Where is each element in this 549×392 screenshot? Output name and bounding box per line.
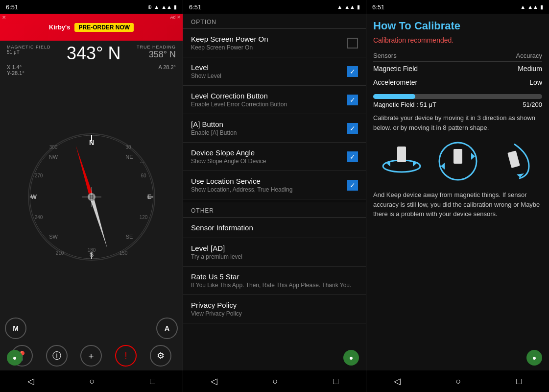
setting-a-button-title: [A] Button <box>191 120 343 128</box>
svg-text:...: ... <box>140 158 143 164</box>
setting-keep-screen[interactable]: Keep Screen Power On Keep Screen Power O… <box>183 29 366 57</box>
sensors-col-header: Sensors <box>373 50 479 62</box>
magnetic-info: MAGNETIC FIELD 51 μT <box>7 45 51 55</box>
field-value: 51/200 <box>523 101 542 108</box>
progress-bar-fill <box>373 94 415 99</box>
nav-bar-2: ◁ ○ □ <box>183 370 366 392</box>
signal-icon-2: ▲▲ <box>344 4 355 10</box>
compass-dial: N S E W NE NW SE SW 60 120 150 180 210 2… <box>28 133 155 261</box>
svg-text:210: 210 <box>55 250 64 256</box>
setting-level-correction-subtitle: Enable Level Error Correction Button <box>191 101 343 108</box>
sensors-table: Sensors Accuracy Magnetic Field Medium A… <box>373 50 542 89</box>
alert-button[interactable]: ! <box>115 345 137 367</box>
fab-button-1[interactable]: ● <box>7 350 23 366</box>
settings-list: OPTION Keep Screen Power On Keep Screen … <box>183 14 366 370</box>
battery-icon-2: ▮ <box>357 4 360 10</box>
calibration-content: How To Calibrate Calibration recommended… <box>366 14 549 370</box>
compass-dial-container: N S E W NE NW SE SW 60 120 150 180 210 2… <box>0 76 183 318</box>
svg-text:300: 300 <box>49 145 57 150</box>
status-icons-1: ⊕ ▲ ▲▲ ▮ <box>147 4 177 10</box>
back-nav[interactable]: ◁ <box>24 372 38 391</box>
svg-text:150: 150 <box>119 250 127 256</box>
heading-value: 343° N <box>67 45 120 62</box>
compass-panel: 6:51 ⊕ ▲ ▲▲ ▮ ✕ Kirby's PRE-ORDER NOW Ad… <box>0 0 183 392</box>
home-nav[interactable]: ○ <box>86 372 99 391</box>
setting-privacy[interactable]: Privacy Policy View Privacy Policy <box>183 295 366 323</box>
ad-banner[interactable]: ✕ Kirby's PRE-ORDER NOW Ad ✕ <box>0 14 183 41</box>
compass-ring-svg: N S E W NE NW SE SW 60 120 150 180 210 2… <box>28 133 155 261</box>
setting-level-correction-title: Level Correction Button <box>191 92 343 100</box>
location-status-icon: ⊕ <box>147 4 152 10</box>
calib-extra: And Keep device away from magnetic thing… <box>373 190 542 219</box>
diagram-circular <box>436 139 480 183</box>
setting-sensor-info[interactable]: Sensor Information <box>183 218 366 238</box>
other-section-header: OTHER <box>183 199 366 218</box>
calib-description: Calibrate your device by moving it in 3 … <box>373 113 542 132</box>
svg-text:NE: NE <box>125 154 133 160</box>
home-nav-3[interactable]: ○ <box>452 372 465 391</box>
diagram-horizontal <box>380 139 424 183</box>
svg-text:SW: SW <box>49 234 58 240</box>
setting-level[interactable]: Level Show Level ✓ <box>183 57 366 86</box>
info-button[interactable]: ⓘ <box>46 345 68 367</box>
svg-text:N: N <box>89 139 94 147</box>
a-button-checkbox[interactable]: ✓ <box>347 123 358 134</box>
level-ad-subtitle: Try a premium level <box>191 253 358 260</box>
svg-text:SE: SE <box>125 234 133 240</box>
setting-level-ad[interactable]: Level [AD] Try a premium level <box>183 238 366 267</box>
fab-button-2[interactable]: ● <box>343 350 359 366</box>
sensor-info-title: Sensor Information <box>191 223 358 232</box>
setting-slope-subtitle: Show Slope Angle Of Device <box>191 158 343 165</box>
ad-close-icon[interactable]: ✕ <box>2 15 6 20</box>
ad-content: Kirby's PRE-ORDER NOW <box>49 24 134 31</box>
setting-slope-angle[interactable]: Device Slope Angle Show Slope Angle Of D… <box>183 143 366 171</box>
a-button[interactable]: A <box>156 318 178 339</box>
battery-icon-3: ▮ <box>540 4 543 10</box>
rate-subtitle: If You Like This App. Then, Rate This Ap… <box>191 282 358 289</box>
recent-nav[interactable]: □ <box>146 372 159 391</box>
location-checkbox[interactable]: ✓ <box>347 180 358 191</box>
option-section-header: OPTION <box>183 14 366 29</box>
svg-rect-30 <box>397 147 406 162</box>
magnetic-field-accuracy: Medium <box>479 62 542 76</box>
compass-info: MAGNETIC FIELD 51 μT 343° N TRUE HEADING… <box>0 41 183 64</box>
keep-screen-checkbox[interactable] <box>347 38 358 49</box>
back-nav-3[interactable]: ◁ <box>390 372 405 391</box>
setting-level-correction[interactable]: Level Correction Button Enable Level Err… <box>183 86 366 114</box>
rate-title: Rate Us 5 Star <box>191 272 358 281</box>
progress-bar-container <box>373 94 542 99</box>
diagram-tilt <box>492 139 536 183</box>
slope-checkbox[interactable]: ✓ <box>347 151 358 162</box>
level-correction-checkbox[interactable]: ✓ <box>347 95 358 105</box>
setting-level-title: Level <box>191 63 343 72</box>
signal-icon-3: ▲▲ <box>527 4 538 10</box>
setting-keep-screen-subtitle: Keep Screen Power On <box>191 44 343 51</box>
magnetic-field-row: Magnetic Field Medium <box>373 62 542 76</box>
setting-location[interactable]: Use Location Service Show Location, Addr… <box>183 171 366 199</box>
home-nav-2[interactable]: ○ <box>269 372 282 391</box>
setting-rate[interactable]: Rate Us 5 Star If You Like This App. The… <box>183 267 366 295</box>
settings-button[interactable]: ⚙ <box>150 345 171 367</box>
back-nav-2[interactable]: ◁ <box>207 372 221 391</box>
calib-diagrams <box>373 139 542 183</box>
recent-nav-2[interactable]: □ <box>329 372 342 391</box>
calibration-warning: Calibration recommended. <box>373 36 542 44</box>
status-icons-3: ▲ ▲▲ ▮ <box>520 4 543 10</box>
m-button[interactable]: M <box>5 318 26 339</box>
setting-a-button[interactable]: [A] Button Enable [A] Button ✓ <box>183 114 366 143</box>
svg-text:30: 30 <box>125 145 131 150</box>
level-checkbox[interactable]: ✓ <box>347 66 358 77</box>
svg-text:W: W <box>30 193 37 200</box>
svg-rect-37 <box>507 150 520 168</box>
calibration-panel: 6:51 ▲ ▲▲ ▮ How To Calibrate Calibration… <box>366 0 549 392</box>
settings-panel: 6:51 ▲ ▲▲ ▮ OPTION Keep Screen Power On … <box>183 0 366 392</box>
plus-button[interactable]: ＋ <box>80 345 102 367</box>
fab-button-3[interactable]: ● <box>526 350 542 366</box>
setting-a-button-subtitle: Enable [A] Button <box>191 129 343 136</box>
ad-label: Ad ✕ <box>170 15 181 20</box>
true-heading-info: TRUE HEADING 358° N <box>137 45 176 60</box>
recent-nav-3[interactable]: □ <box>512 372 525 391</box>
setting-level-subtitle: Show Level <box>191 73 343 79</box>
privacy-title: Privacy Policy <box>191 301 358 309</box>
status-time-3: 6:51 <box>372 3 384 11</box>
